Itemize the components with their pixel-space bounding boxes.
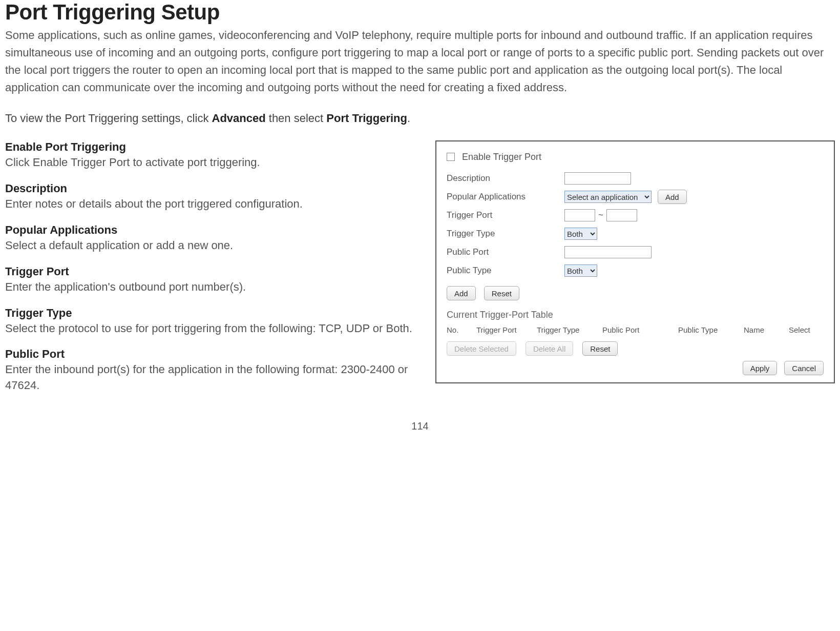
def-desc: Enter the inbound port(s) for the applic… [5, 362, 420, 394]
trigger-port-end-input[interactable] [606, 209, 637, 221]
trigger-type-label: Trigger Type [447, 229, 564, 239]
nav-instruction: To view the Port Triggering settings, cl… [5, 112, 835, 125]
def-term: Description [5, 182, 420, 195]
def-desc: Enter the application's outbound port nu… [5, 279, 420, 295]
apply-button[interactable]: Apply [743, 361, 778, 375]
nav-mid: then select [266, 112, 327, 125]
nav-advanced: Advanced [212, 112, 266, 125]
th-select: Select [789, 325, 820, 334]
def-term: Trigger Port [5, 265, 420, 278]
reset-button[interactable]: Reset [484, 286, 519, 300]
popular-apps-label: Popular Applications [447, 192, 564, 202]
delete-all-button[interactable]: Delete All [526, 341, 573, 356]
tilde-separator: ~ [598, 210, 603, 220]
add-button[interactable]: Add [447, 286, 476, 300]
def-term: Trigger Type [5, 307, 420, 320]
delete-selected-button[interactable]: Delete Selected [447, 341, 516, 356]
public-port-label: Public Port [447, 247, 564, 257]
public-port-input[interactable] [564, 246, 652, 258]
def-term: Public Port [5, 348, 420, 361]
th-name: Name [744, 325, 780, 334]
description-label: Description [447, 173, 564, 184]
def-term: Enable Port Triggering [5, 140, 420, 154]
public-type-label: Public Type [447, 266, 564, 276]
cancel-button[interactable]: Cancel [784, 361, 824, 375]
nav-prefix: To view the Port Triggering settings, cl… [5, 112, 212, 125]
settings-panel: Enable Trigger Port Description Popular … [435, 140, 835, 383]
th-no: No. [447, 325, 467, 334]
description-input[interactable] [564, 172, 631, 185]
table-title: Current Trigger-Port Table [447, 310, 824, 320]
th-trigger-type: Trigger Type [537, 325, 593, 334]
page-number: 114 [5, 420, 835, 432]
def-desc: Enter notes or details about the port tr… [5, 196, 420, 212]
th-public-port: Public Port [602, 325, 669, 334]
add-app-button[interactable]: Add [658, 190, 687, 204]
table-header-row: No. Trigger Port Trigger Type Public Por… [447, 325, 824, 334]
th-public-type: Public Type [678, 325, 734, 334]
def-desc: Select the protocol to use for port trig… [5, 321, 420, 337]
trigger-type-select[interactable]: Both [564, 228, 597, 240]
enable-trigger-checkbox[interactable] [447, 153, 455, 161]
intro-paragraph: Some applications, such as online games,… [5, 27, 835, 96]
trigger-port-label: Trigger Port [447, 210, 564, 220]
public-type-select[interactable]: Both [564, 264, 597, 277]
page-title: Port Triggering Setup [5, 0, 835, 25]
nav-port-triggering: Port Triggering [326, 112, 407, 125]
enable-trigger-label: Enable Trigger Port [462, 152, 541, 162]
def-desc: Click Enable Trigger Port to activate po… [5, 155, 420, 171]
definitions-column: Enable Port Triggering Click Enable Trig… [5, 140, 420, 405]
nav-suffix: . [407, 112, 410, 125]
reset-table-button[interactable]: Reset [582, 341, 618, 356]
trigger-port-start-input[interactable] [564, 209, 595, 221]
def-desc: Select a default application or add a ne… [5, 238, 420, 254]
popular-apps-select[interactable]: Select an application [564, 191, 652, 203]
def-term: Popular Applications [5, 223, 420, 237]
th-trigger-port: Trigger Port [476, 325, 528, 334]
